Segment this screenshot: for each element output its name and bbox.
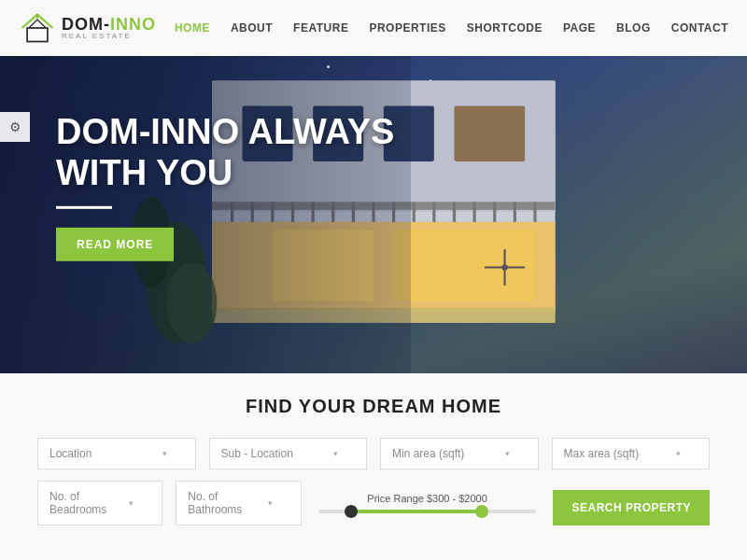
hero-content: DOM-INNO ALWAYS WITH YOU READ MORE (56, 112, 394, 261)
main-nav: HOME ABOUT FEATURE PROPERTIES SHORTCODE … (175, 21, 728, 35)
logo-text: DOM-INNO (62, 16, 156, 33)
nav-about[interactable]: ABOUT (231, 21, 273, 35)
hero-cta-button[interactable]: READ MORE (56, 228, 174, 261)
min-area-select-wrap: Min area (sqft) ▾ (380, 438, 539, 469)
location-select-wrap: Location ▾ (37, 438, 196, 469)
svg-rect-0 (27, 28, 48, 42)
search-row-1: Location ▾ Sub - Location ▾ Min area (sq… (37, 438, 710, 469)
min-area-select[interactable]: Min area (sqft) ▾ (380, 438, 539, 469)
nav-feature[interactable]: FEATURE (293, 21, 348, 35)
nav-home[interactable]: HOME (175, 21, 210, 35)
bedrooms-select[interactable]: No. of Beadrooms ▾ (37, 481, 162, 525)
hero-divider (56, 206, 112, 209)
max-area-label: Max area (sqft) (564, 447, 640, 460)
chevron-down-icon-2: ▾ (333, 449, 338, 458)
header: DOM-INNO REAL ESTATE HOME ABOUT FEATURE … (0, 0, 747, 56)
logo-tagline: REAL ESTATE (62, 33, 156, 40)
svg-rect-9 (454, 106, 525, 161)
bedrooms-label: No. of Beadrooms (49, 490, 129, 516)
price-range-wrap: Price Range $300 - $2000 (315, 493, 541, 513)
chevron-down-icon-4: ▾ (676, 449, 681, 458)
search-row-2: No. of Beadrooms ▾ No. of Bathrooms ▾ Pr… (37, 481, 710, 525)
logo[interactable]: DOM-INNO REAL ESTATE (19, 9, 156, 47)
location-label: Location (49, 447, 92, 460)
chevron-down-icon: ▾ (162, 449, 167, 458)
chevron-down-icon-6: ▾ (268, 498, 273, 508)
max-area-select-wrap: Max area (sqft) ▾ (552, 438, 711, 469)
location-select[interactable]: Location ▾ (37, 438, 196, 469)
search-property-button[interactable]: SEARCH PROPERTY (553, 490, 710, 525)
price-range-label: Price Range $300 - $2000 (315, 493, 541, 504)
nav-contact[interactable]: CONTACT (671, 21, 728, 35)
hero-title: DOM-INNO ALWAYS WITH YOU (56, 112, 394, 193)
search-title: FIND YOUR DREAM HOME (37, 396, 710, 417)
sublocation-select[interactable]: Sub - Location ▾ (209, 438, 368, 469)
nav-page[interactable]: PAGE (563, 21, 596, 35)
price-range-thumb-min[interactable] (345, 505, 358, 518)
logo-icon (19, 9, 56, 47)
gear-icon: ⚙ (9, 119, 21, 134)
chevron-down-icon-3: ▾ (505, 449, 510, 458)
price-range-thumb-max[interactable] (475, 505, 488, 518)
sublocation-select-wrap: Sub - Location ▾ (209, 438, 368, 469)
sublocation-label: Sub - Location (221, 447, 293, 460)
price-range-track[interactable] (318, 510, 537, 513)
nav-properties[interactable]: PROPERTIES (369, 21, 445, 35)
bathrooms-select-wrap: No. of Bathrooms ▾ (176, 481, 301, 525)
bathrooms-label: No. of Bathrooms (188, 490, 267, 516)
nav-blog[interactable]: BLOG (616, 21, 651, 35)
bathrooms-select[interactable]: No. of Bathrooms ▾ (176, 481, 301, 525)
max-area-select[interactable]: Max area (sqft) ▾ (552, 438, 711, 469)
bedrooms-select-wrap: No. of Beadrooms ▾ (37, 481, 162, 525)
nav-shortcode[interactable]: SHORTCODE (467, 21, 543, 35)
settings-button[interactable]: ⚙ (0, 112, 30, 142)
search-section: FIND YOUR DREAM HOME Location ▾ Sub - Lo… (0, 373, 747, 560)
min-area-label: Min area (sqft) (392, 447, 464, 460)
hero-section: DOM-INNO ALWAYS WITH YOU READ MORE ⚙ (0, 0, 747, 373)
chevron-down-icon-5: ▾ (129, 498, 134, 508)
price-range-fill (351, 510, 482, 513)
